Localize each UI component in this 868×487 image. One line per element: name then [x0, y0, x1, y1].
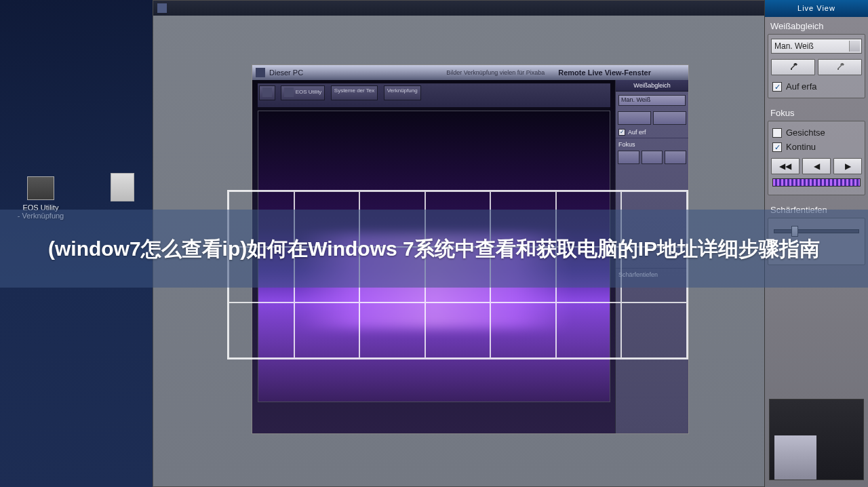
wb-dropdown[interactable]: Man. Weiß: [771, 39, 862, 54]
grid-cell[interactable]: [229, 303, 294, 358]
eyedropper-icon: [789, 62, 798, 72]
inner-taskbar: EOS Utility Systeme der Tex Verknüpfung: [258, 83, 610, 107]
fokus-mid-btn[interactable]: ◀: [802, 158, 831, 174]
inner-fokus-row: [616, 149, 688, 166]
inner-wb-label: Weißabgleich: [616, 80, 688, 92]
fokus-tools: ◀◀ ◀ ▶: [771, 158, 862, 174]
fokus-btn[interactable]: [665, 151, 686, 164]
window-icon: [256, 68, 265, 77]
title-meta: Bilder Verknüpfung vielen für Pixaba: [446, 69, 545, 76]
checkbox-icon: [772, 128, 782, 138]
inner-window-title: Remote Live View-Fenster: [558, 69, 651, 77]
grid-cell[interactable]: [425, 303, 491, 358]
histogram-panel: [769, 399, 864, 480]
checkbox-icon: ✓: [772, 82, 782, 92]
grid-cell[interactable]: [621, 303, 687, 358]
desktop-icon-link[interactable]: [98, 173, 146, 205]
inner-titlebar[interactable]: Dieser PC Bilder Verknüpfung vielen für …: [252, 65, 688, 80]
eyedropper2-button[interactable]: [818, 59, 862, 75]
fokus-btn[interactable]: [618, 151, 639, 164]
grid-cell[interactable]: [490, 303, 556, 358]
printer-icon: [27, 176, 54, 200]
fokus-left-btn[interactable]: ◀◀: [771, 158, 800, 174]
fokus-right-btn[interactable]: ▶: [833, 158, 862, 174]
inner-fokus-label: Fokus: [616, 138, 688, 149]
cb-kontinu[interactable]: ✓ Kontinu: [771, 140, 862, 154]
inner-cb-auferfa[interactable]: ✓ Auf erf: [616, 127, 688, 138]
fokus-btn[interactable]: [642, 151, 663, 164]
tb-item[interactable]: Systeme der Tex: [331, 85, 378, 100]
panel-header: Live View: [765, 0, 868, 17]
grid-cell[interactable]: [556, 303, 622, 358]
fokus-box: Gesichtse ✓ Kontinu ◀◀ ◀ ▶: [768, 121, 865, 195]
grid-cell[interactable]: [359, 303, 425, 358]
fokus-label: Fokus: [765, 104, 868, 121]
focus-bar: [772, 178, 861, 187]
page-icon: [111, 173, 134, 201]
title-overlay-banner: (window7怎么查看ip)如何在Windows 7系统中查看和获取电脑的IP…: [0, 210, 868, 288]
checkbox-icon: ✓: [772, 142, 782, 152]
checkbox-icon: ✓: [618, 129, 625, 136]
wb-tools: [771, 59, 862, 75]
tb-item[interactable]: Verknüpfung: [384, 85, 421, 100]
eyedropper-button[interactable]: [618, 111, 651, 125]
chevron-down-icon: [849, 41, 860, 52]
histogram-bars: [774, 435, 816, 480]
eyedropper-icon: [835, 62, 845, 72]
inner-wb-dropdown[interactable]: Man. Weiß: [618, 95, 686, 106]
grid-cell[interactable]: [294, 303, 360, 358]
cb-gesichts[interactable]: Gesichtse: [771, 125, 862, 140]
app-icon: [284, 87, 294, 97]
eyedropper2-button[interactable]: [653, 111, 686, 125]
tb-item[interactable]: [259, 85, 275, 100]
wb-label: Weißabgleich: [765, 17, 868, 34]
wb-box: Man. Weiß ✓ Auf erfa: [768, 34, 865, 98]
inner-tool-row: [616, 109, 688, 127]
folder-icon: [262, 87, 272, 97]
window-icon: [157, 3, 167, 13]
eyedropper-button[interactable]: [771, 59, 815, 75]
title-left: Dieser PC: [269, 69, 303, 77]
cb-auferfa[interactable]: ✓ Auf erfa: [771, 79, 862, 94]
main-titlebar[interactable]: [153, 1, 764, 16]
tb-item[interactable]: EOS Utility: [281, 85, 325, 100]
banner-text: (window7怎么查看ip)如何在Windows 7系统中查看和获取电脑的IP…: [48, 234, 820, 264]
